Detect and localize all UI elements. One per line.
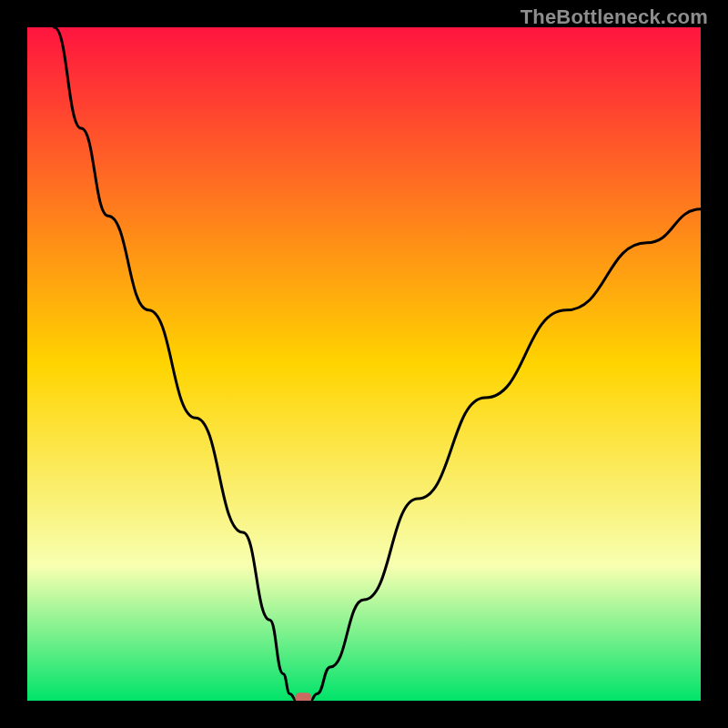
chart-frame: TheBottleneck.com (0, 0, 728, 728)
watermark-text: TheBottleneck.com (521, 5, 708, 29)
plot-area (27, 27, 701, 701)
optimal-point-marker (295, 693, 311, 701)
chart-svg (27, 27, 701, 701)
